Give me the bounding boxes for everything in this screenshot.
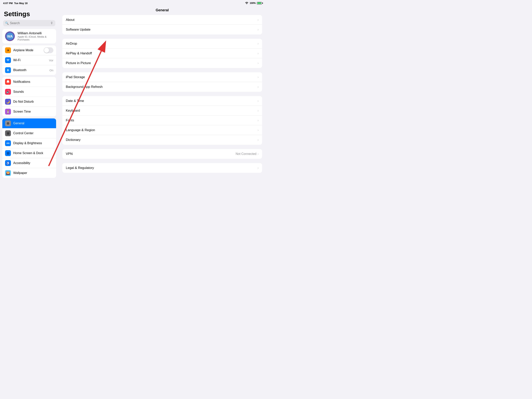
user-info: William Antonelli Apple ID, iCloud, Medi… [18, 31, 53, 41]
dictionary-chevron: › [258, 138, 259, 142]
accessibility-label: Accessibility [13, 161, 53, 165]
settings-title: Settings [0, 8, 58, 20]
airdrop-chevron: › [258, 42, 259, 45]
sidebar-item-wifi[interactable]: Wi-Fi Vor [2, 55, 56, 65]
software-update-chevron: › [258, 28, 259, 31]
wallpaper-label: Wallpaper [13, 171, 53, 175]
sidebar-item-home-screen[interactable]: ⊟ Home Screen & Dock [2, 148, 56, 158]
vpn-chevron: › [258, 152, 259, 156]
group-vpn: VPN Not Connected › [62, 149, 262, 159]
ipad-storage-chevron: › [258, 75, 259, 79]
sidebar-item-do-not-disturb[interactable]: 🌙 Do Not Disturb [2, 97, 56, 107]
airplane-mode-toggle[interactable] [44, 47, 53, 53]
home-screen-label: Home Screen & Dock [13, 151, 53, 155]
legal-chevron: › [258, 166, 259, 170]
wifi-value: Vor [49, 59, 53, 62]
sounds-label: Sounds [13, 90, 53, 94]
sidebar-item-bluetooth[interactable]: B Bluetooth On [2, 65, 56, 75]
svg-text:WA: WA [7, 34, 13, 38]
about-label: About [66, 18, 258, 22]
alerts-section: Notifications 🔊 Sounds 🌙 Do Not Disturb … [2, 77, 56, 116]
dnd-label: Do Not Disturb [13, 100, 53, 103]
airdrop-label: AirDrop [66, 42, 258, 45]
sidebar-item-sounds[interactable]: 🔊 Sounds [2, 87, 56, 97]
sidebar-item-display-brightness[interactable]: AA Display & Brightness [2, 138, 56, 148]
mic-icon: 🎙 [50, 21, 53, 25]
search-input[interactable] [10, 21, 49, 25]
content-title: General [62, 6, 262, 15]
screen-time-icon: ⏳ [5, 109, 11, 115]
dictionary-label: Dictionary [66, 138, 258, 142]
fonts-label: Fonts [66, 118, 258, 122]
settings-row-airdrop[interactable]: AirDrop › [62, 39, 262, 49]
display-brightness-label: Display & Brightness [13, 142, 53, 145]
sidebar: Settings 🔍 🎙 WA William Antonelli Appl [0, 6, 58, 200]
user-profile-row[interactable]: WA William Antonelli Apple ID, iCloud, M… [2, 29, 56, 44]
user-name: William Antonelli [18, 31, 53, 35]
notifications-label: Notifications [13, 80, 53, 84]
connectivity-section: ✈ Airplane Mode Wi-Fi Vor [2, 45, 56, 75]
screen-time-label: Screen Time [13, 110, 53, 113]
general-label: General [13, 122, 53, 125]
settings-row-language-region[interactable]: Language & Region › [62, 125, 262, 135]
software-update-label: Software Update [66, 28, 258, 32]
airplane-mode-icon: ✈ [5, 47, 11, 53]
wifi-label: Wi-Fi [13, 58, 47, 62]
settings-row-keyboard[interactable]: Keyboard › [62, 106, 262, 116]
keyboard-chevron: › [258, 109, 259, 112]
status-indicators: 100% [245, 2, 263, 5]
home-screen-icon: ⊟ [5, 150, 11, 156]
settings-row-legal[interactable]: Legal & Regulatory › [62, 163, 262, 173]
settings-row-date-time[interactable]: Date & Time › [62, 96, 262, 106]
settings-row-picture-in-picture[interactable]: Picture in Picture › [62, 58, 262, 68]
display-brightness-icon: AA [5, 140, 11, 146]
bluetooth-value: On [50, 69, 53, 72]
settings-row-ipad-storage[interactable]: iPad Storage › [62, 72, 262, 82]
vpn-label: VPN [66, 152, 236, 156]
main-settings-section: ⚙ General ⊞ Control Center AA Display & … [2, 118, 56, 178]
control-center-icon: ⊞ [5, 130, 11, 136]
search-bar[interactable]: 🔍 🎙 [3, 20, 55, 26]
settings-row-vpn[interactable]: VPN Not Connected › [62, 149, 262, 159]
keyboard-label: Keyboard [66, 109, 258, 113]
sidebar-item-general[interactable]: ⚙ General [2, 118, 56, 129]
user-section[interactable]: WA William Antonelli Apple ID, iCloud, M… [2, 29, 56, 44]
wifi-icon [245, 2, 248, 5]
user-subtitle: Apple ID, iCloud, Media & Purchases [18, 35, 53, 41]
sidebar-item-accessibility[interactable]: ♿ Accessibility [2, 158, 56, 168]
fonts-chevron: › [258, 119, 259, 122]
settings-row-software-update[interactable]: Software Update › [62, 25, 262, 34]
notifications-icon [5, 79, 11, 85]
sidebar-item-screen-time[interactable]: ⏳ Screen Time [2, 107, 56, 116]
settings-row-about[interactable]: About › [62, 15, 262, 25]
group-about: About › Software Update › [62, 15, 262, 34]
status-bar: 4:07 PM Tue May 18 100% [0, 0, 266, 6]
accessibility-icon: ♿ [5, 160, 11, 166]
language-region-chevron: › [258, 129, 259, 132]
dnd-icon: 🌙 [5, 99, 11, 105]
group-storage: iPad Storage › Background App Refresh › [62, 72, 262, 92]
sidebar-item-control-center[interactable]: ⊞ Control Center [2, 129, 56, 138]
about-chevron: › [258, 18, 259, 22]
general-icon: ⚙ [5, 120, 11, 126]
background-refresh-label: Background App Refresh [66, 85, 258, 89]
airplane-mode-label: Airplane Mode [13, 49, 41, 52]
battery-percentage: 100% [250, 2, 256, 5]
date-time-chevron: › [258, 99, 259, 103]
wifi-settings-icon [5, 57, 11, 63]
sidebar-item-airplane-mode[interactable]: ✈ Airplane Mode [2, 45, 56, 55]
bluetooth-label: Bluetooth [13, 68, 47, 72]
content-scroll[interactable]: About › Software Update › AirDrop › AirP… [62, 15, 262, 200]
sidebar-item-notifications[interactable]: Notifications [2, 77, 56, 87]
sidebar-item-wallpaper[interactable]: 🌄 Wallpaper [2, 168, 56, 178]
pip-label: Picture in Picture [66, 61, 258, 65]
settings-row-airplay-handoff[interactable]: AirPlay & Handoff › [62, 49, 262, 58]
language-region-label: Language & Region [66, 128, 258, 132]
settings-row-fonts[interactable]: Fonts › [62, 116, 262, 125]
settings-row-dictionary[interactable]: Dictionary › [62, 135, 262, 145]
group-date-keyboard: Date & Time › Keyboard › Fonts › Languag… [62, 96, 262, 145]
avatar: WA [5, 31, 15, 41]
legal-label: Legal & Regulatory [66, 166, 258, 170]
settings-row-background-app-refresh[interactable]: Background App Refresh › [62, 82, 262, 92]
airplay-chevron: › [258, 52, 259, 55]
